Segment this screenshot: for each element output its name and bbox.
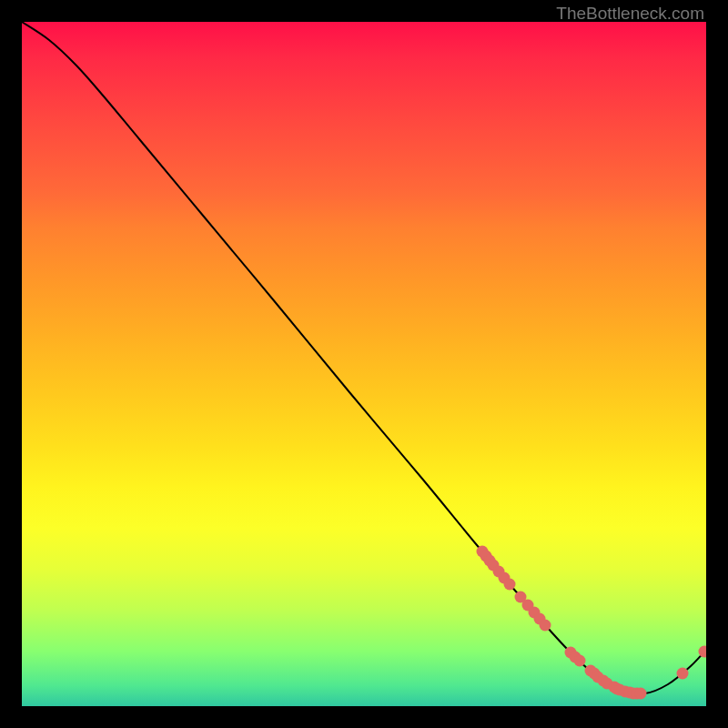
plot-gradient-background	[22, 22, 706, 706]
watermark-text: TheBottleneck.com	[556, 4, 704, 24]
chart-container: TheBottleneck.com	[0, 0, 728, 728]
